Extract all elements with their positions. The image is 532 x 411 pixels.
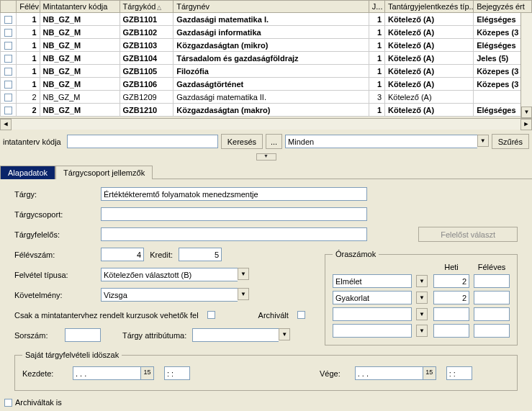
gyakorlat-heti-field[interactable]: [433, 291, 469, 304]
header-j[interactable]: J...: [369, 1, 384, 13]
data-grid[interactable]: Félév Mintatanterv kódja Tárgykód△ Tárgy…: [0, 0, 532, 118]
elmelet-feleves-field[interactable]: [474, 274, 510, 288]
cell-targynev: Gazdasági matematika I.: [173, 13, 369, 26]
oraszamok-legend: Óraszámok: [333, 250, 379, 258]
felvetel-tipusa-select[interactable]: [101, 268, 238, 281]
row-checkbox[interactable]: [4, 107, 12, 114]
cell-tip: Kötelező (A): [385, 91, 474, 104]
table-row[interactable]: 2NB_GZ_MGZB1209Gazdasági matematika II.3…: [1, 91, 532, 104]
cell-mintatanterv-kod: NB_GZ_M: [40, 78, 120, 91]
cell-mintatanterv-kod: NB_GZ_M: [40, 13, 120, 26]
csak-mintatanterv-checkbox[interactable]: [207, 311, 215, 319]
oraszam4-heti-field[interactable]: [433, 324, 469, 338]
sorszam-field[interactable]: [65, 328, 101, 342]
oraszam3-heti-field[interactable]: [433, 307, 469, 321]
header-checkbox[interactable]: [1, 1, 17, 13]
vertical-scrollbar[interactable]: ▼: [520, 13, 532, 118]
szures-button[interactable]: Szűrés: [492, 134, 529, 149]
cell-tip: Kötelező (A): [385, 13, 474, 26]
chevron-down-icon[interactable]: ▼: [477, 135, 489, 147]
cell-targykod: GZB1106: [120, 78, 173, 91]
targyfelelos-field[interactable]: [101, 227, 367, 241]
kezdete-time-field[interactable]: [164, 366, 190, 380]
targy-attributuma-label: Tárgy attribútuma:: [122, 331, 186, 340]
row-checkbox[interactable]: [4, 81, 12, 89]
row-checkbox[interactable]: [4, 94, 12, 101]
cell-felev: 1: [17, 78, 40, 91]
chevron-down-icon[interactable]: ▼: [416, 292, 428, 304]
table-row[interactable]: 1NB_GZ_MGZB1101Gazdasági matematika I.1K…: [1, 13, 532, 26]
calendar-icon[interactable]: 15: [423, 366, 436, 380]
chevron-down-icon[interactable]: ▼: [416, 275, 428, 287]
oraszam-type-2[interactable]: [333, 291, 412, 304]
cell-j: 1: [369, 104, 384, 117]
header-tantargyjelentkezes-tip[interactable]: Tantárgyjelentkezés típ...: [385, 1, 474, 13]
scroll-down-icon[interactable]: ▼: [521, 107, 532, 118]
kovetelmeny-select[interactable]: [101, 288, 238, 302]
cell-targykod: GZB1102: [120, 26, 173, 39]
kredit-field[interactable]: [179, 248, 222, 261]
chevron-down-icon[interactable]: ▼: [279, 328, 290, 340]
table-row[interactable]: 1NB_GZ_MGZB1105Filozófia1Kötelező (A)Köz…: [1, 65, 532, 78]
table-row[interactable]: 1NB_GZ_MGZB1106Gazdaságtörténet1Kötelező…: [1, 78, 532, 91]
cell-felev: 2: [17, 91, 40, 104]
archivalt-checkbox[interactable]: [297, 311, 305, 319]
search-more-button[interactable]: ...: [266, 134, 282, 149]
chevron-down-icon[interactable]: ▼: [238, 288, 249, 300]
form-panel: Tárgy: Tárgycsoport: Tárgyfelelős: Felel…: [0, 179, 532, 398]
oraszam-type-3[interactable]: [333, 307, 412, 321]
table-row[interactable]: 1NB_GZ_MGZB1103Közgazdaságtan (mikro)1Kö…: [1, 39, 532, 52]
tab-alapadatok[interactable]: Alapadatok: [0, 166, 55, 179]
tab-targycsoport-jellemzok[interactable]: Tárgycsoport jellemzők: [55, 166, 153, 179]
chevron-down-icon[interactable]: ▼: [238, 268, 249, 280]
targy-field[interactable]: [101, 187, 367, 201]
row-checkbox[interactable]: [4, 29, 12, 37]
table-row[interactable]: 2NB_GZ_MGZB1210Közgazdaságtan (makro)1Kö…: [1, 104, 532, 117]
oraszam-type-1[interactable]: [333, 274, 412, 288]
heti-header: Heti: [433, 263, 469, 271]
row-checkbox[interactable]: [4, 68, 12, 76]
row-checkbox[interactable]: [4, 55, 12, 63]
calendar-icon[interactable]: 15: [141, 366, 154, 380]
splitter-toggle-button[interactable]: [256, 153, 276, 161]
table-row[interactable]: 1NB_GZ_MGZB1102Gazdasági informatika1Köt…: [1, 26, 532, 39]
row-checkbox[interactable]: [4, 16, 12, 24]
header-bejegyzes-ert[interactable]: Bejegyzés ért: [474, 1, 532, 13]
vege-date-field[interactable]: [355, 366, 423, 380]
targy-attributuma-select[interactable]: [192, 328, 279, 342]
scroll-left-icon[interactable]: ◄: [0, 119, 12, 130]
scroll-right-icon[interactable]: ►: [520, 119, 532, 130]
cell-targynev: Gazdasági matematika II.: [173, 91, 369, 104]
archivaltak-is-checkbox[interactable]: [4, 399, 12, 407]
cell-mintatanterv-kod: NB_GZ_M: [40, 104, 120, 117]
horizontal-scrollbar[interactable]: ◄ ►: [0, 118, 532, 130]
oraszam4-feleves-field[interactable]: [474, 324, 510, 338]
kereses-button[interactable]: Keresés: [221, 134, 263, 149]
table-row[interactable]: 1NB_GZ_MGZB1104Társadalom és gazdaságföl…: [1, 52, 532, 65]
gyakorlat-feleves-field[interactable]: [474, 291, 510, 304]
elmelet-heti-field[interactable]: [433, 274, 469, 288]
cell-j: 1: [369, 52, 384, 65]
sort-asc-icon: △: [157, 4, 161, 11]
kezdete-date-field[interactable]: [73, 366, 141, 380]
oraszam-type-4[interactable]: [333, 324, 412, 338]
vege-time-field[interactable]: [446, 366, 472, 380]
cell-tip: Kötelező (A): [385, 52, 474, 65]
chevron-down-icon[interactable]: ▼: [416, 308, 428, 320]
cell-j: 3: [369, 91, 384, 104]
felelost-valaszt-button: Felelőst választ: [418, 227, 518, 242]
cell-targykod: GZB1101: [120, 13, 173, 26]
row-checkbox[interactable]: [4, 42, 12, 50]
header-targykod[interactable]: Tárgykód△: [120, 1, 173, 13]
oraszam3-feleves-field[interactable]: [474, 307, 510, 321]
targycsoport-label: Tárgycsoport:: [14, 210, 101, 219]
search-input[interactable]: [67, 135, 218, 148]
header-targynev[interactable]: Tárgynév: [173, 1, 369, 13]
header-mintatanterv-kod[interactable]: Mintatanterv kódja: [40, 1, 120, 13]
cell-mintatanterv-kod: NB_GZ_M: [40, 65, 120, 78]
chevron-down-icon[interactable]: ▼: [416, 325, 428, 337]
filter-select[interactable]: [285, 135, 477, 148]
targycsoport-field[interactable]: [101, 207, 367, 221]
felevszam-field[interactable]: [101, 248, 144, 261]
header-felev[interactable]: Félév: [17, 1, 40, 13]
